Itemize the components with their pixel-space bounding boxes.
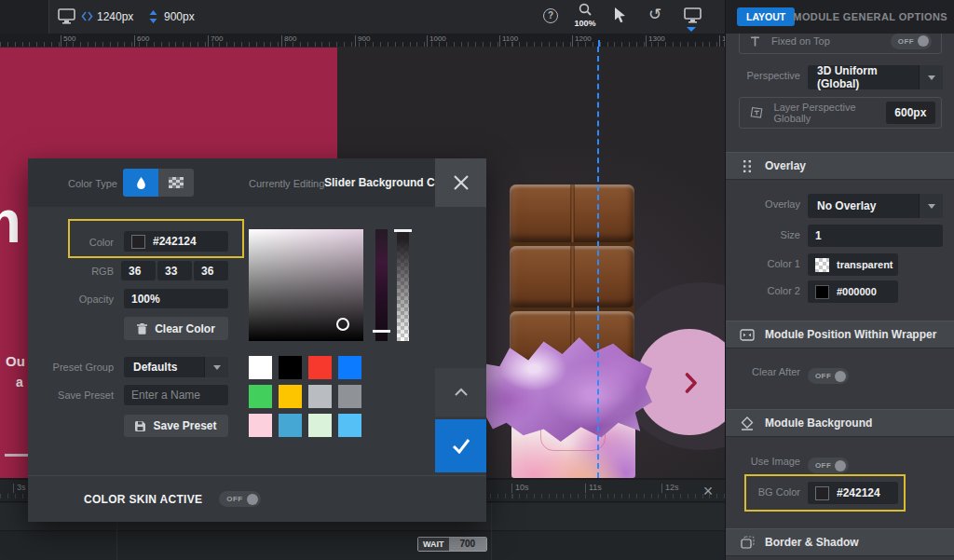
alpha-gradient: [397, 229, 409, 341]
position-section-header[interactable]: Module Position Within Wrapper: [726, 321, 954, 348]
color-swatch[interactable]: [279, 414, 302, 437]
saturation-cursor[interactable]: [336, 318, 349, 331]
ruler-label: 10s: [515, 483, 529, 492]
color-skin-toggle[interactable]: OFF: [219, 491, 260, 507]
zoom-control[interactable]: 100%: [573, 3, 597, 28]
position-icon: [739, 329, 756, 341]
color-swatch[interactable]: [308, 356, 332, 379]
close-icon: [453, 174, 470, 191]
toggle-knob: [918, 35, 929, 47]
dropdown-arrow: [919, 65, 943, 89]
border-section-header[interactable]: Border & Shadow: [726, 528, 954, 556]
color-swatch[interactable]: [279, 385, 302, 408]
alpha-slider[interactable]: [397, 229, 409, 341]
black-swatch: [815, 285, 829, 299]
save-preset-button[interactable]: Save Preset: [124, 415, 228, 437]
hue-slider[interactable]: [375, 229, 388, 341]
overlay-dropdown[interactable]: No Overlay: [808, 194, 943, 218]
wait-badge[interactable]: WAIT 700: [417, 537, 487, 552]
dialog-close-button[interactable]: [435, 158, 486, 207]
bg-color-field[interactable]: [808, 482, 898, 504]
ruler-label: 3s: [17, 483, 26, 492]
gradient-icon: [169, 177, 184, 188]
ruler-label: 500: [63, 34, 75, 43]
color2-field[interactable]: #000000: [808, 280, 898, 303]
clear-after-toggle[interactable]: OFF: [808, 368, 849, 384]
bg-color-row: BG Color: [726, 482, 954, 506]
color-swatch[interactable]: [279, 356, 302, 379]
preset-group-label: Preset Group: [47, 362, 114, 373]
save-icon: [135, 421, 145, 431]
preset-group-value: Defaults: [124, 357, 204, 377]
perspective-dropdown[interactable]: 3D Uniform (Global): [808, 65, 943, 89]
color-swatch[interactable]: [338, 385, 361, 408]
layer-perspective-value[interactable]: 600px: [886, 102, 935, 124]
color-type-label: Color Type: [68, 178, 117, 189]
guide-marker: [598, 40, 600, 47]
rgb-b-input[interactable]: [201, 265, 221, 278]
fixed-on-top-toggle[interactable]: OFF: [891, 34, 932, 49]
color-swatch[interactable]: [249, 385, 272, 408]
cursor-icon[interactable]: [614, 7, 627, 23]
editor-area: 1240px 900px 100%: [0, 0, 725, 560]
timeline-track[interactable]: [0, 532, 725, 560]
color-swatch[interactable]: [308, 414, 332, 437]
overlay-value: No Overlay: [808, 194, 919, 218]
use-image-toggle[interactable]: OFF: [808, 458, 849, 473]
slide-text-fragment-1: Ou: [6, 353, 25, 369]
opacity-field[interactable]: [124, 289, 228, 308]
toolbar-corner: [0, 0, 49, 34]
color-swatch[interactable]: [249, 414, 272, 437]
color-hex-input[interactable]: [153, 235, 221, 248]
rgb-g-field[interactable]: [157, 261, 192, 280]
alpha-handle[interactable]: [394, 229, 412, 232]
color-swatch[interactable]: [338, 414, 361, 437]
color-value-field[interactable]: [124, 231, 228, 252]
preset-group-dropdown[interactable]: Defaults: [124, 357, 228, 377]
size-label: Size: [726, 229, 800, 240]
size-input[interactable]: [815, 229, 935, 242]
rgb-b-field[interactable]: [194, 261, 228, 280]
color-swatch[interactable]: [338, 356, 361, 379]
wait-value[interactable]: 700: [449, 538, 487, 551]
overlay-label: Overlay: [726, 198, 800, 210]
rgb-g-input[interactable]: [165, 265, 184, 278]
opacity-input[interactable]: [131, 293, 221, 306]
confirm-button[interactable]: [435, 419, 486, 472]
layer-perspective-row: Layer Perspective Globally 600px: [739, 97, 942, 129]
background-section-header[interactable]: Module Background: [726, 409, 954, 437]
fixed-on-top-label: Fixed on Top: [771, 35, 830, 47]
color1-value: transparent: [837, 259, 893, 270]
color1-field[interactable]: transparent: [808, 253, 898, 276]
timeline-close-icon[interactable]: [701, 484, 716, 499]
rgb-r-input[interactable]: [129, 265, 148, 278]
canvas-width-value[interactable]: 1240px: [97, 10, 133, 23]
rgb-r-field[interactable]: [121, 261, 156, 280]
width-icon[interactable]: [81, 11, 93, 21]
hue-handle[interactable]: [373, 330, 390, 333]
saturation-picker[interactable]: [249, 229, 363, 341]
color-swatch[interactable]: [308, 385, 332, 408]
ruler-label: 800: [284, 34, 296, 43]
height-icon[interactable]: [149, 10, 157, 23]
clear-color-button[interactable]: Clear Color: [124, 317, 228, 340]
color-picker-dialog: Color Type: [28, 158, 486, 522]
collapse-button[interactable]: [435, 368, 486, 417]
save-preset-field[interactable]: [124, 385, 228, 405]
canvas-height-value[interactable]: 900px: [164, 10, 195, 23]
undo-icon[interactable]: [648, 5, 661, 24]
overlay-row: Overlay No Overlay: [726, 194, 954, 218]
layout-button[interactable]: LAYOUT: [737, 7, 795, 26]
preset-swatch-grid: [249, 356, 364, 437]
save-preset-input[interactable]: [131, 389, 221, 402]
trash-icon: [137, 323, 147, 335]
solid-color-tab[interactable]: [123, 169, 158, 197]
overlay-section-header[interactable]: Overlay: [726, 152, 954, 180]
toggle-state-label: OFF: [898, 37, 914, 46]
bg-color-input[interactable]: [837, 486, 891, 499]
color-swatch[interactable]: [249, 356, 272, 379]
device-preview-icon[interactable]: [684, 7, 702, 23]
help-icon[interactable]: [543, 8, 558, 23]
size-field[interactable]: [808, 225, 943, 247]
gradient-color-tab[interactable]: [158, 169, 194, 197]
